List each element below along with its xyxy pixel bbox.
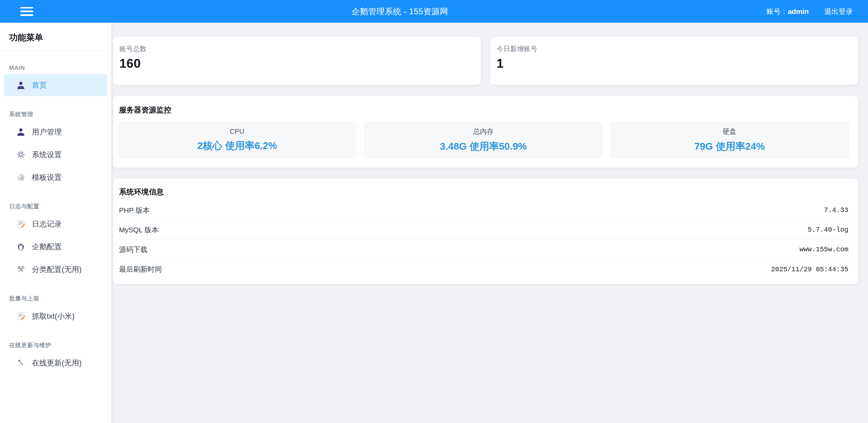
sidebar-item-label: 分类配置(无用)	[32, 265, 82, 275]
env-value: 2025/11/29 05:44:35	[771, 266, 848, 273]
sidebar-item-online-update[interactable]: 在线更新(无用)	[4, 352, 107, 374]
sidebar-item-label: 抓取txt(小米)	[32, 311, 75, 321]
sidebar-item-label: 模板设置	[32, 172, 62, 183]
system-env-table: PHP 版本 7.4.33 MySQL 版本 5.7.40-log 源码下载 w…	[118, 200, 849, 279]
account-name: admin	[788, 7, 809, 15]
stat-row: 账号总数 160 今日新增账号 1	[113, 37, 858, 85]
stat-card-total-accounts: 账号总数 160	[113, 37, 481, 85]
sidebar-item-category-config[interactable]: 分类配置(无用)	[4, 258, 107, 280]
env-row-last-refresh: 最后刷新时间 2025/11/29 05:44:35	[118, 259, 849, 279]
sidebar-item-label: 在线更新(无用)	[32, 358, 82, 368]
stat-label: 今日新增账号	[497, 44, 849, 54]
sidebar-item-label: 用户管理	[32, 127, 62, 137]
env-label: PHP 版本	[119, 206, 150, 215]
env-value: www.155w.com	[800, 246, 848, 253]
system-env-card: 系统环境信息 PHP 版本 7.4.33 MySQL 版本 5.7.40-log…	[113, 178, 858, 284]
logout-link[interactable]: 退出登录	[824, 7, 853, 16]
metric-card-disk: 硬盘 79G 使用率24%	[610, 121, 849, 159]
server-monitor-title: 服务器资源监控	[118, 105, 849, 115]
hammer-wrench-icon	[16, 265, 25, 274]
gear-icon	[16, 150, 25, 159]
sidebar-item-label: 企鹅配置	[32, 242, 62, 252]
account-info: 账号：admin	[766, 7, 809, 16]
sidebar-item-label: 系统设置	[32, 150, 62, 160]
sidebar-item-user-management[interactable]: 用户管理	[4, 121, 107, 143]
metric-value: 2核心 使用率6.2%	[197, 139, 277, 153]
env-label: MySQL 版本	[119, 225, 159, 235]
metric-label: 硬盘	[723, 127, 736, 136]
app-header: 企鹅管理系统 - 155资源网 账号：admin 退出登录	[0, 0, 868, 23]
sidebar: 功能菜单 MAIN 首页 系统管理 用户管理 系统设置 模板设置 日志与配置 日…	[0, 23, 111, 423]
main-content: 账号总数 160 今日新增账号 1 服务器资源监控 CPU 2核心 使用率6.2…	[111, 23, 868, 423]
stat-card-new-accounts-today: 今日新增账号 1	[490, 37, 858, 85]
stat-value: 1	[497, 57, 849, 71]
menu-toggle-icon[interactable]	[20, 7, 33, 16]
sidebar-section-main: MAIN	[9, 65, 102, 71]
user-icon	[16, 81, 25, 90]
sidebar-section-logs-config: 日志与配置	[9, 203, 102, 210]
env-row-php: PHP 版本 7.4.33	[118, 200, 849, 220]
user-icon	[16, 127, 25, 136]
memo-icon	[16, 219, 25, 229]
metric-card-memory: 总内存 3.48G 使用率50.9%	[364, 121, 603, 159]
sidebar-item-home[interactable]: 首页	[4, 74, 107, 96]
account-label: 账号：	[766, 7, 788, 15]
sidebar-item-template-settings[interactable]: 模板设置	[4, 166, 107, 188]
app-root: 企鹅管理系统 - 155资源网 账号：admin 退出登录 功能菜单 MAIN …	[0, 0, 868, 423]
memo-icon	[16, 312, 25, 321]
sidebar-title: 功能菜单	[0, 23, 111, 50]
stat-value: 160	[119, 57, 472, 71]
header-account-area: 账号：admin 退出登录	[766, 7, 853, 16]
metric-row: CPU 2核心 使用率6.2% 总内存 3.48G 使用率50.9% 硬盘 79…	[118, 121, 849, 159]
env-row-mysql: MySQL 版本 5.7.40-log	[118, 220, 849, 240]
env-value: 7.4.33	[824, 206, 848, 214]
metric-value: 79G 使用率24%	[694, 140, 765, 153]
metric-label: 总内存	[473, 127, 493, 136]
sidebar-item-grab-txt[interactable]: 抓取txt(小米)	[4, 305, 107, 327]
nut-bolt-icon	[16, 358, 25, 367]
penguin-icon	[16, 242, 25, 251]
env-label: 最后刷新时间	[119, 265, 162, 274]
sidebar-item-label: 日志记录	[32, 219, 62, 229]
sidebar-item-log-records[interactable]: 日志记录	[4, 213, 107, 235]
env-value: 5.7.40-log	[808, 226, 848, 234]
stat-label: 账号总数	[119, 44, 472, 54]
sidebar-section-system: 系统管理	[9, 110, 102, 118]
env-label: 源码下载	[119, 245, 147, 254]
rock-icon	[16, 173, 25, 182]
app-title: 企鹅管理系统 - 155资源网	[33, 6, 766, 17]
metric-card-cpu: CPU 2核心 使用率6.2%	[118, 121, 356, 159]
env-row-source-download: 源码下载 www.155w.com	[118, 240, 849, 259]
server-monitor-card: 服务器资源监控 CPU 2核心 使用率6.2% 总内存 3.48G 使用率50.…	[113, 96, 858, 168]
sidebar-item-label: 首页	[32, 80, 47, 90]
sidebar-section-update: 在线更新与维护	[9, 341, 102, 349]
sidebar-divider	[0, 50, 111, 50]
sidebar-section-batch: 批量与上架	[9, 295, 102, 302]
sidebar-item-system-settings[interactable]: 系统设置	[4, 144, 107, 166]
metric-value: 3.48G 使用率50.9%	[440, 140, 527, 153]
metric-label: CPU	[230, 128, 244, 135]
system-env-title: 系统环境信息	[118, 187, 849, 197]
sidebar-item-penguin-config[interactable]: 企鹅配置	[4, 236, 107, 258]
